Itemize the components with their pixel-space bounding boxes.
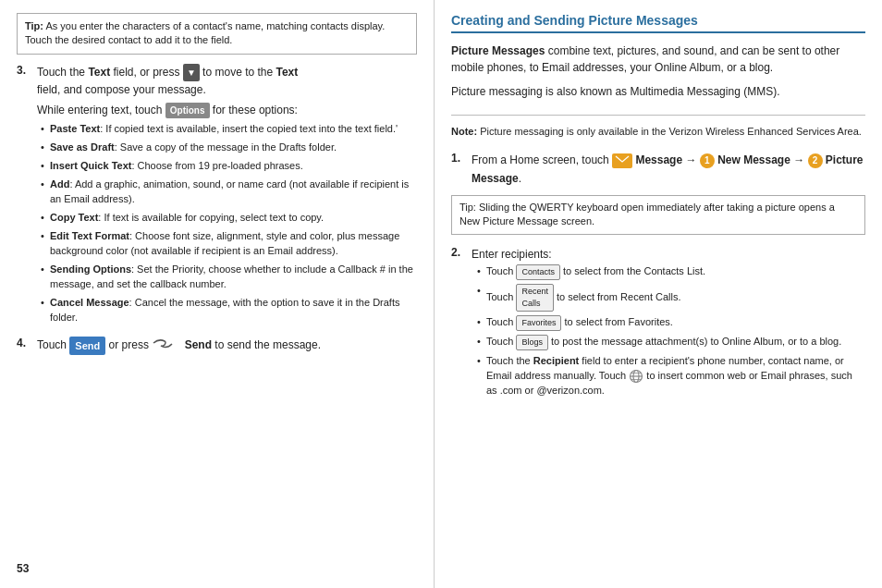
message-icon bbox=[612, 153, 632, 168]
step-3-content: Touch the Text field, or press ▼ to move… bbox=[37, 64, 417, 329]
bullet-insert-quick: Insert Quick Text: Choose from 19 pre-lo… bbox=[41, 159, 417, 174]
step-2-text: Enter recipients: bbox=[472, 246, 865, 263]
recent-calls-btn[interactable]: RecentCalls bbox=[516, 284, 554, 312]
bullet-contacts: Touch Contacts to select from the Contac… bbox=[477, 264, 865, 280]
note-text: Picture messaging is only available in t… bbox=[480, 126, 862, 137]
intro-paragraph-2: Picture messaging is also known as Multi… bbox=[451, 83, 865, 100]
step-2-bullets: Touch Contacts to select from the Contac… bbox=[477, 264, 865, 398]
tip-text-left: As you enter the characters of a contact… bbox=[25, 20, 385, 45]
badge-2: 2 bbox=[808, 153, 823, 168]
badge-1: 1 bbox=[700, 153, 715, 168]
down-arrow-btn[interactable]: ▼ bbox=[183, 64, 200, 81]
step-3-line1: Touch the Text field, or press ▼ to move… bbox=[37, 64, 417, 81]
note-box: Note: Picture messaging is only availabl… bbox=[451, 123, 865, 141]
step-2-right: 2. Enter recipients: Touch Contacts to s… bbox=[451, 246, 865, 402]
bullet-recipient: Touch the Recipient field to enter a rec… bbox=[477, 354, 865, 398]
tip-box-left: Tip: As you enter the characters of a co… bbox=[17, 13, 417, 55]
options-btn[interactable]: Options bbox=[165, 103, 210, 118]
send-phone-icon bbox=[152, 337, 181, 349]
step-3-line3: While entering text, touch Options for t… bbox=[37, 102, 417, 118]
bullet-sending-options: Sending Options: Set the Priority, choos… bbox=[41, 263, 417, 292]
step-2-num: 2. bbox=[451, 246, 466, 402]
tip-label-right: Tip: bbox=[459, 202, 476, 213]
page-number: 53 bbox=[17, 562, 29, 575]
bullet-recent-calls: Touch RecentCalls to select from Recent … bbox=[477, 284, 865, 312]
tip-text-right: Sliding the QWERTY keyboard open immedia… bbox=[459, 202, 835, 227]
bullet-blogs: Touch Blogs to post the message attachme… bbox=[477, 335, 865, 350]
bullet-edit-format: Edit Text Format: Choose font size, alig… bbox=[41, 229, 417, 259]
note-label: Note: bbox=[451, 126, 477, 137]
bullet-copy-text: Copy Text: If text is available for copy… bbox=[41, 211, 417, 226]
divider-1 bbox=[451, 115, 865, 116]
right-column: Creating and Sending Picture Messages Pi… bbox=[435, 0, 882, 588]
step-3: 3. Touch the Text field, or press ▼ to m… bbox=[17, 64, 417, 329]
tip-box-right: Tip: Sliding the QWERTY keyboard open im… bbox=[451, 195, 865, 235]
favorites-btn[interactable]: Favorites bbox=[516, 315, 561, 331]
step-4-content: Touch Send or press Send to send the mes… bbox=[37, 337, 417, 356]
step-4: 4. Touch Send or press Send to send the … bbox=[17, 337, 417, 356]
step-1-right: 1. From a Home screen, touch Message → 1… bbox=[451, 152, 865, 187]
contacts-btn[interactable]: Contacts bbox=[516, 264, 560, 280]
blogs-btn[interactable]: Blogs bbox=[516, 335, 548, 350]
tip-label-left: Tip: bbox=[25, 20, 43, 31]
step-3-bullet-list: Paste Text: If copied text is available,… bbox=[41, 122, 417, 325]
intro-paragraph-1: Picture Messages combine text, pictures,… bbox=[451, 43, 865, 76]
bullet-paste-text: Paste Text: If copied text is available,… bbox=[41, 122, 417, 137]
section-title: Creating and Sending Picture Messages bbox=[451, 13, 865, 33]
step-3-num: 3. bbox=[17, 64, 31, 329]
bullet-cancel-message: Cancel Message: Cancel the message, with… bbox=[41, 296, 417, 325]
bullet-save-draft: Save as Draft: Save a copy of the messag… bbox=[41, 141, 417, 155]
step-1-num: 1. bbox=[451, 152, 466, 187]
step-4-num: 4. bbox=[17, 337, 31, 356]
step-3-line2: field, and compose your message. bbox=[37, 81, 417, 98]
bullet-add: Add: Add a graphic, animation, sound, or… bbox=[41, 178, 417, 207]
globe-icon[interactable] bbox=[629, 369, 643, 384]
step-2-content: Enter recipients: Touch Contacts to sele… bbox=[472, 246, 865, 402]
step-1-content: From a Home screen, touch Message → 1 Ne… bbox=[472, 152, 865, 187]
bullet-favorites: Touch Favorites to select from Favorites… bbox=[477, 315, 865, 331]
send-btn[interactable]: Send bbox=[69, 337, 105, 356]
